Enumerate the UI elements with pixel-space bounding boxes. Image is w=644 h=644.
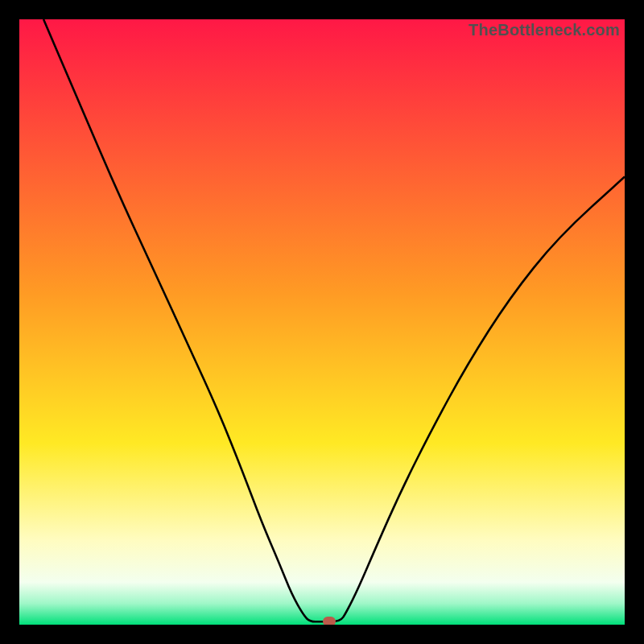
plot-area: TheBottleneck.com	[19, 19, 625, 625]
chart-canvas	[19, 19, 625, 625]
gradient-background	[19, 19, 625, 625]
chart-frame: TheBottleneck.com	[0, 0, 644, 644]
watermark-label: TheBottleneck.com	[469, 21, 620, 39]
optimal-marker	[323, 617, 336, 625]
